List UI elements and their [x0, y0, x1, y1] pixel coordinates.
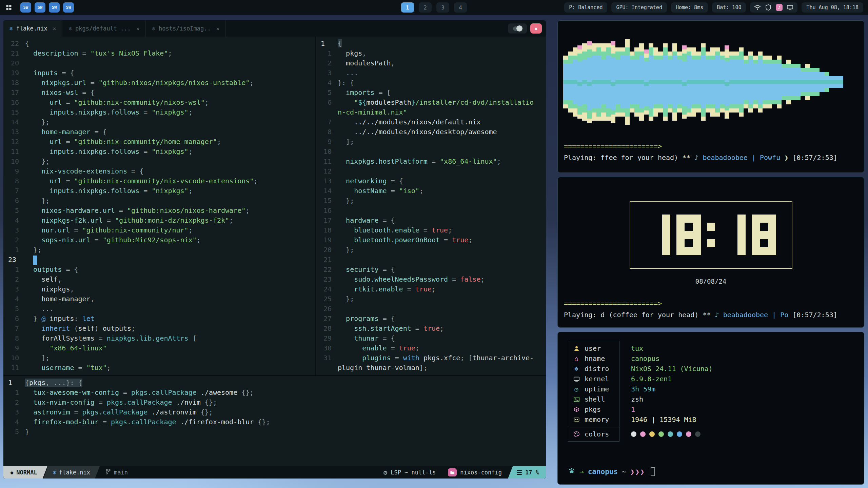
shell-prompt[interactable]: → canopus ~ ❯❯❯ — [568, 467, 655, 476]
git-branch-icon — [105, 469, 111, 476]
code-line: 15 }; — [316, 196, 546, 206]
code-line: 11 nixpkgs.hostPlatform = "x86_64-linux"… — [316, 157, 546, 166]
audio-visualizer — [563, 25, 859, 139]
scroll-percent-segment: 17 % — [508, 466, 546, 479]
shield-icon[interactable] — [765, 4, 772, 11]
code-line: 2 tux-nvim-config = pkgs.callPackage ./n… — [3, 398, 546, 407]
editor-tab[interactable]: ❄flake.nix× — [3, 20, 62, 37]
code-line: 10 ]; — [3, 353, 315, 363]
system-tray: ♪ — [750, 2, 797, 13]
display-icon[interactable] — [787, 4, 793, 11]
status-pill: GPU: Integrated — [611, 2, 667, 13]
code-line: 5 imports = [ — [316, 88, 546, 98]
tag-1[interactable]: 1 — [401, 2, 414, 13]
folder-icon — [448, 468, 457, 476]
fetch-value-hname: canopus — [631, 353, 713, 364]
gear-icon: ⚙ — [383, 469, 387, 476]
tag-2[interactable]: 2 — [419, 2, 432, 13]
code-line: 13 networking = { — [316, 176, 546, 186]
code-line: 3 nur.url = "github:nix-community/nur"; — [3, 225, 315, 235]
prompt-arrow: → — [579, 468, 584, 476]
window-close-button[interactable]: × — [530, 23, 542, 34]
mode-label: NORMAL — [16, 469, 37, 476]
editor-tab[interactable]: ❄pkgs/default ...× — [62, 20, 146, 37]
code-line: 17 hardware = { — [316, 216, 546, 225]
fetch-value-distro: NixOS 24.11 (Vicuna) — [631, 364, 713, 374]
nix-icon: ❄ — [53, 469, 56, 476]
fetch-panel: user⌂hname❄distrokernel◷uptimeshellpkgsm… — [557, 332, 864, 485]
workspace-badges: SWSWSWSW — [20, 2, 74, 13]
workspace-badge[interactable]: SW — [35, 2, 45, 13]
code-line: 20 }; — [316, 245, 546, 255]
code-line: 19 inputs = { — [3, 68, 315, 78]
tab-close-icon[interactable]: × — [216, 25, 220, 32]
code-line: 2 sops-nix.url = "github:Mic92/sops-nix"… — [3, 235, 315, 245]
mode-icon: ◆ — [10, 469, 14, 476]
tag-3[interactable]: 3 — [436, 2, 449, 13]
tab-close-icon[interactable]: × — [53, 25, 56, 32]
code-line: 13 home-manager = { — [3, 127, 315, 137]
fetch-value-memory: 1946 | 15394 MiB — [631, 414, 713, 425]
flake-nix-pane[interactable]: 22{21 description = "tux's NixOS Flake";… — [3, 37, 315, 375]
lines-icon — [517, 470, 522, 475]
code-line: 11 username = "tux"; — [3, 363, 315, 373]
fetch-row-user: user — [568, 343, 619, 353]
editor-body: 22{21 description = "tux's NixOS Flake";… — [3, 37, 546, 479]
clock-date: 08/08/24 — [558, 278, 864, 285]
code-line: n-cd-minimal.nix" — [316, 107, 546, 117]
code-line: 17 nixos-wsl = { — [3, 88, 315, 98]
buffer-tabs: ❄flake.nix×❄pkgs/default ...×❄hosts/isoI… — [3, 20, 226, 37]
app-launcher-icon[interactable] — [5, 3, 13, 12]
tag-4[interactable]: 4 — [454, 2, 467, 13]
package-icon — [572, 406, 580, 413]
statusline: ◆ NORMAL ❄ flake.nix main ⚙ LSP ~ null-l… — [3, 466, 546, 479]
code-line: 8 forAllSystems = nixpkgs.lib.genAttrs [ — [3, 333, 315, 343]
status-pill: P: Balanced — [564, 2, 607, 13]
editor-tab[interactable]: ❄hosts/isoImag..× — [146, 20, 226, 37]
code-line: 5 nixos-hardware.url = "github:nixos/nix… — [3, 206, 315, 216]
workspace-badge[interactable]: SW — [63, 2, 74, 13]
top-bar: SWSWSWSW 1234 P: BalancedGPU: Integrated… — [0, 0, 868, 15]
workspace-badge[interactable]: SW — [20, 2, 31, 13]
code-line: 12 — [316, 166, 546, 176]
terminal-color-dots — [631, 429, 713, 439]
nix-icon: ❄ — [572, 365, 580, 372]
iso-config-pane[interactable]: 1{1 pkgs,2 modulesPath,3 ...4}: {5 impor… — [316, 37, 546, 375]
code-line: 1{pkgs, ...}: { — [3, 378, 546, 388]
media-icon[interactable]: ♪ — [776, 4, 783, 11]
code-line: 30 enable = true; — [316, 343, 546, 353]
fetch-row-hname: ⌂hname — [568, 353, 619, 364]
code-line: 31 plugins = with pkgs.xfce; [thunar-arc… — [316, 353, 546, 363]
code-line: 15 inputs.nixpkgs.follows = "nixpkgs"; — [3, 107, 315, 117]
code-line: 26 — [316, 304, 546, 314]
person-icon — [572, 345, 580, 352]
code-line: 10 }; — [3, 157, 315, 166]
code-line: 3 nixpkgs, — [3, 284, 315, 294]
clock-pill[interactable]: Thu Aug 08, 18:18 — [802, 2, 863, 13]
code-line: 7 ../../modules/nixos/default.nix — [316, 117, 546, 127]
code-line: 6 } @ inputs: let — [3, 314, 315, 324]
code-line: 28 ssh.startAgent = true; — [316, 324, 546, 333]
panel-toggle-icon[interactable] — [508, 23, 527, 34]
fetch-values: tuxcanopusNixOS 24.11 (Vicuna)6.9.8-zen1… — [631, 343, 713, 439]
file-segment: ❄ flake.nix — [43, 466, 100, 479]
code-line: 6 }; — [3, 196, 315, 206]
clock-digit — [676, 215, 701, 255]
code-line: 21 — [316, 255, 546, 265]
pkgs-default-pane[interactable]: 1{pkgs, ...}: {1 tux-awesome-wm-config =… — [3, 375, 546, 466]
code-line: 1 outputs = { — [3, 265, 315, 274]
project-segment: nixos-config — [442, 466, 508, 479]
code-line: 3 astronvim = pkgs.callPackage ./astronv… — [3, 407, 546, 417]
code-line: 2 self, — [3, 274, 315, 284]
house-icon: ⌂ — [572, 355, 580, 362]
code-line: 7 inputs.nixpkgs.follows = "nixpkgs"; — [3, 186, 315, 196]
network-icon[interactable] — [754, 4, 761, 11]
clock-panel: 08/08/24 =======================> Playin… — [557, 177, 864, 328]
fetch-row-shell: shell — [568, 394, 619, 404]
clock-colon — [707, 215, 715, 255]
tab-close-icon[interactable]: × — [136, 25, 140, 32]
bufferline: ❄flake.nix×❄pkgs/default ...×❄hosts/isoI… — [3, 20, 546, 37]
workspace-badge[interactable]: SW — [49, 2, 60, 13]
code-line: 16 url = "github:nix-community/nixos-wsl… — [3, 98, 315, 107]
paw-icon — [568, 467, 575, 476]
